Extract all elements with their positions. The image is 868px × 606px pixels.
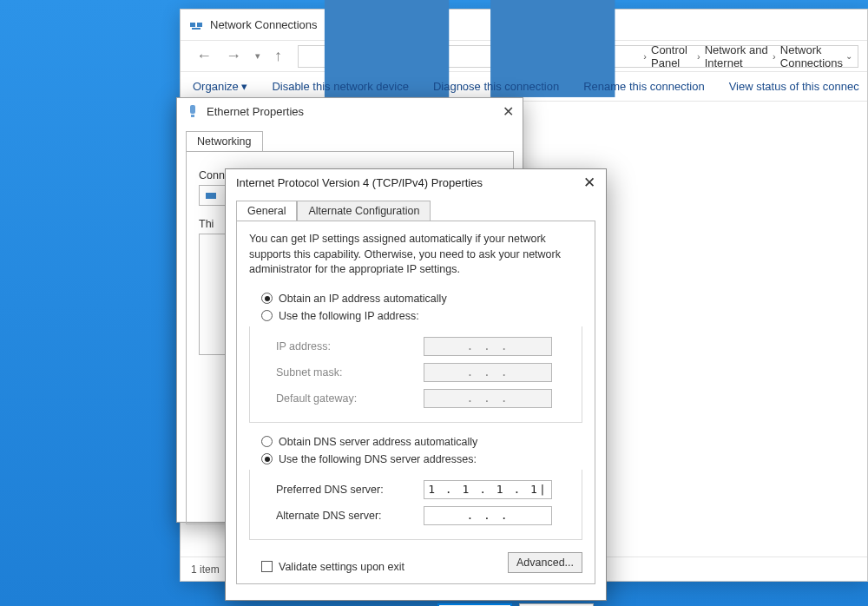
alternate-dns-label: Alternate DNS server:: [276, 510, 424, 522]
svg-rect-0: [190, 23, 195, 27]
cancel-button[interactable]: Cancel: [519, 603, 594, 607]
gateway-label: Default gateway:: [276, 392, 424, 405]
adapter-icon: [205, 189, 217, 201]
tab-strip: Networking: [177, 124, 523, 151]
svg-rect-1: [197, 23, 202, 27]
crumb-network-connections[interactable]: Network Connections: [780, 43, 845, 69]
alternate-dns-input[interactable]: . . .: [424, 506, 552, 525]
rename-button[interactable]: Rename this connection: [583, 80, 704, 93]
subnet-mask-input: . . .: [424, 363, 552, 382]
ip-group: IP address: . . . Subnet mask: . . . Def…: [249, 326, 582, 423]
checkbox-icon: [261, 561, 273, 572]
crumb-control-panel[interactable]: Control Panel: [651, 43, 693, 69]
svg-rect-6: [191, 115, 194, 117]
dialog-title: Internet Protocol Version 4 (TCP/IPv4) P…: [236, 176, 483, 189]
ip-address-input: . . .: [424, 337, 552, 356]
close-button[interactable]: ✕: [583, 174, 595, 192]
radio-icon: [261, 436, 273, 447]
tab-alternate-configuration[interactable]: Alternate Configuration: [297, 201, 431, 221]
tab-body: You can get IP settings assigned automat…: [236, 221, 595, 584]
dialog-titlebar: Internet Protocol Version 4 (TCP/IPv4) P…: [226, 169, 606, 195]
advanced-button[interactable]: Advanced...: [508, 552, 582, 573]
svg-rect-2: [192, 28, 201, 30]
gateway-row: Default gateway: . . .: [260, 385, 571, 412]
description-text: You can get IP settings assigned automat…: [249, 232, 582, 278]
preferred-dns-input[interactable]: 1 . 1 . 1 . 1|: [424, 480, 552, 499]
ip-address-label: IP address:: [276, 340, 424, 352]
radio-icon: [261, 293, 273, 304]
subnet-mask-row: Subnet mask: . . .: [260, 359, 571, 385]
tab-networking[interactable]: Networking: [186, 131, 263, 151]
ipv4-properties-dialog: Internet Protocol Version 4 (TCP/IPv4) P…: [225, 168, 607, 601]
radio-dns-auto[interactable]: Obtain DNS server address automatically: [249, 433, 582, 451]
diagnose-button[interactable]: Diagnose this connection: [433, 80, 559, 93]
dialog-buttons: OK Cancel: [226, 595, 606, 607]
radio-icon: [261, 453, 273, 464]
disable-device-button[interactable]: Disable this network device: [272, 80, 409, 93]
window-title: Network Connections: [210, 18, 318, 31]
chevron-down-icon[interactable]: ⌄: [845, 51, 852, 61]
ok-button[interactable]: OK: [437, 603, 512, 607]
ip-address-row: IP address: . . .: [260, 333, 571, 359]
svg-rect-5: [190, 105, 195, 114]
gateway-input: . . .: [424, 389, 552, 408]
svg-rect-7: [206, 193, 216, 199]
tab-general[interactable]: General: [236, 201, 297, 221]
radio-ip-manual[interactable]: Use the following IP address:: [249, 307, 582, 325]
radio-icon: [261, 310, 273, 321]
tab-strip: General Alternate Configuration: [226, 195, 606, 221]
close-button[interactable]: ✕: [503, 103, 514, 120]
network-icon: [189, 18, 203, 32]
validate-label: Validate settings upon exit: [279, 561, 404, 573]
preferred-dns-label: Preferred DNS server:: [276, 484, 424, 496]
crumb-network-internet[interactable]: Network and Internet: [705, 43, 768, 69]
breadcrumb[interactable]: › Control Panel › Network and Internet ›…: [298, 45, 858, 68]
radio-label: Use the following IP address:: [279, 310, 419, 322]
radio-label: Use the following DNS server addresses:: [279, 453, 477, 465]
ethernet-icon: [186, 104, 200, 118]
forward-button[interactable]: →: [219, 47, 248, 65]
address-bar: ← → ▾ ↑ › Control Panel › Network and In…: [181, 41, 867, 72]
chevron-icon: ›: [693, 51, 705, 62]
chevron-icon: ›: [768, 51, 780, 62]
radio-label: Obtain an IP address automatically: [279, 293, 447, 305]
organize-menu[interactable]: Organize ▾: [193, 80, 247, 93]
radio-label: Obtain DNS server address automatically: [279, 436, 477, 448]
alternate-dns-row: Alternate DNS server: . . .: [260, 503, 571, 529]
recent-dropdown[interactable]: ▾: [248, 50, 267, 62]
back-button[interactable]: ←: [189, 47, 219, 65]
dialog-titlebar: Ethernet Properties ✕: [177, 98, 523, 124]
preferred-dns-row: Preferred DNS server: 1 . 1 . 1 . 1|: [260, 477, 571, 503]
radio-ip-auto[interactable]: Obtain an IP address automatically: [249, 290, 582, 307]
dialog-title: Ethernet Properties: [207, 105, 304, 118]
view-status-button[interactable]: View status of this connec: [729, 80, 859, 93]
radio-dns-manual[interactable]: Use the following DNS server addresses:: [249, 451, 582, 468]
up-button[interactable]: ↑: [267, 47, 289, 65]
chevron-icon: ›: [639, 51, 651, 62]
subnet-mask-label: Subnet mask:: [276, 366, 424, 379]
dns-group: Preferred DNS server: 1 . 1 . 1 . 1| Alt…: [249, 470, 582, 540]
item-count: 1 item: [191, 563, 220, 576]
